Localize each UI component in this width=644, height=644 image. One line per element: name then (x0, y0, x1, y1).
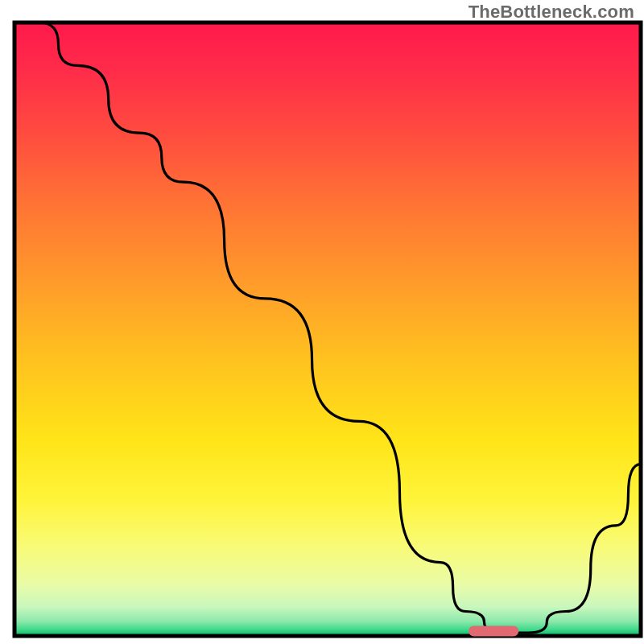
chart-svg (0, 0, 644, 644)
optimal-range-marker (469, 625, 518, 636)
bottleneck-chart: TheBottleneck.com (0, 0, 644, 644)
